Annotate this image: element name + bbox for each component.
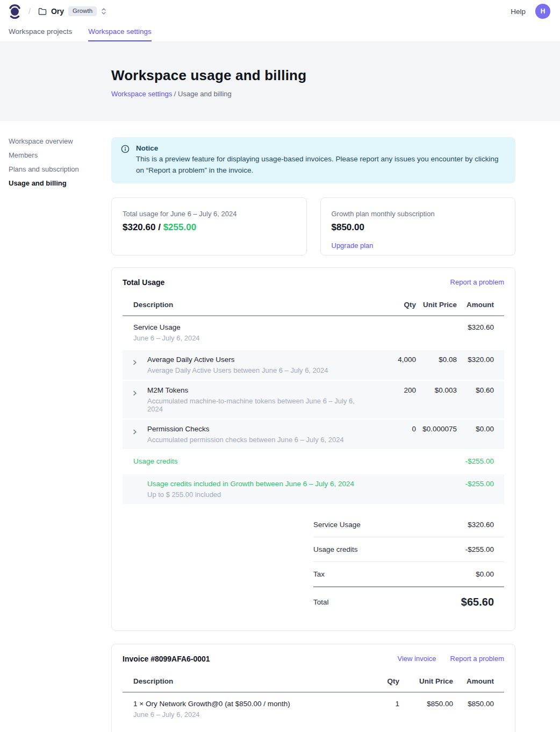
row-qty: 200 bbox=[371, 386, 416, 394]
breadcrumb-workspace-settings[interactable]: Workspace settings bbox=[111, 90, 172, 98]
table-row: Average Daily Active Users Average Daily… bbox=[123, 350, 504, 380]
col-amount: Amount bbox=[457, 301, 504, 309]
table-row: 1 × Ory Network Growth@0 (at $850.00 / m… bbox=[123, 693, 504, 726]
usage-credit-amount: $255.00 bbox=[163, 222, 196, 232]
row-amount: -$255.00 bbox=[457, 480, 504, 488]
info-icon bbox=[121, 144, 130, 176]
notice-title: Notice bbox=[136, 144, 506, 152]
row-amount: $850.00 bbox=[453, 700, 504, 708]
row-title: Permission Checks bbox=[147, 425, 371, 433]
table-row: Service Usage June 6 – July 6, 2024 $320… bbox=[123, 316, 504, 349]
content: Workspace overview Members Plans and sub… bbox=[0, 121, 560, 732]
workspace-name: Ory bbox=[51, 7, 64, 16]
topbar-left: / Ory Growth bbox=[9, 4, 106, 19]
settings-sidebar: Workspace overview Members Plans and sub… bbox=[0, 121, 111, 732]
table-row: M2M Tokens Accumulated machine-to-machin… bbox=[123, 381, 504, 418]
summary-total-row: Total $65.60 bbox=[313, 587, 504, 616]
chevron-right-icon[interactable] bbox=[123, 356, 147, 365]
sidebar-item-usage-and-billing[interactable]: Usage and billing bbox=[9, 180, 111, 187]
col-qty: Qty bbox=[371, 301, 416, 309]
row-title: M2M Tokens bbox=[147, 386, 371, 394]
col-unit-price: Unit Price bbox=[399, 677, 453, 685]
view-invoice-link[interactable]: View invoice bbox=[398, 655, 436, 663]
row-amount: $0.00 bbox=[457, 425, 504, 433]
row-amount: $320.00 bbox=[457, 356, 504, 364]
usage-panel-head: Total Usage Report a problem bbox=[123, 278, 504, 287]
row-subtitle: June 6 – July 6, 2024 bbox=[133, 334, 371, 342]
tab-workspace-settings[interactable]: Workspace settings bbox=[88, 23, 152, 41]
row-qty: 4,000 bbox=[371, 356, 416, 364]
summary-row: Service Usage $320.60 bbox=[313, 513, 504, 537]
topbar-right: Help H bbox=[511, 4, 550, 19]
row-title: Average Daily Active Users bbox=[147, 356, 371, 364]
table-row: Permission Checks Accumulated permission… bbox=[123, 420, 504, 449]
ory-logo-icon[interactable] bbox=[9, 4, 21, 19]
summary-row: Usage credits -$255.00 bbox=[313, 537, 504, 562]
row-title: Usage credits bbox=[133, 457, 371, 465]
row-subtitle: Accumulated permission checks between Ju… bbox=[147, 436, 371, 444]
row-title: 1 × Ory Network Growth@0 (at $850.00 / m… bbox=[133, 700, 365, 708]
row-unit-price: $850.00 bbox=[399, 700, 453, 708]
stat-cards: Total usage for June 6 – July 6, 2024 $3… bbox=[111, 197, 515, 255]
upgrade-plan-link[interactable]: Upgrade plan bbox=[332, 241, 374, 250]
summary-row: Tax $0.00 bbox=[313, 562, 504, 587]
col-qty: Qty bbox=[365, 677, 399, 685]
sidebar-item-plans-and-subscription[interactable]: Plans and subscription bbox=[9, 166, 111, 173]
col-unit-price: Unit Price bbox=[416, 301, 457, 309]
row-unit-price: $0.000075 bbox=[416, 425, 457, 433]
col-description: Description bbox=[123, 301, 371, 309]
sidebar-item-workspace-overview[interactable]: Workspace overview bbox=[9, 138, 111, 145]
selector-icon bbox=[101, 7, 106, 16]
usage-table-header: Description Qty Unit Price Amount bbox=[123, 295, 504, 316]
row-subtitle: Up to $ 255.00 included bbox=[147, 491, 371, 499]
preview-notice: Notice This is a preview feature for dis… bbox=[111, 137, 515, 183]
invoice-table: Description Qty Unit Price Amount 1 × Or… bbox=[123, 672, 504, 726]
usage-amount: $320.60 / bbox=[123, 222, 161, 232]
invoice-title: Invoice #8099AFA6-0001 bbox=[123, 655, 210, 663]
row-unit-price: $0.08 bbox=[416, 356, 457, 364]
row-unit-price: $0.003 bbox=[416, 386, 457, 394]
main-column: Notice This is a preview feature for dis… bbox=[111, 121, 515, 732]
table-row: Usage credits included in Growth between… bbox=[123, 474, 504, 504]
folder-icon bbox=[38, 8, 47, 15]
notice-text: Notice This is a preview feature for dis… bbox=[136, 144, 506, 176]
help-link[interactable]: Help bbox=[511, 8, 526, 16]
row-title: Service Usage bbox=[133, 323, 371, 331]
breadcrumb-separator: / bbox=[174, 90, 176, 98]
row-subtitle: Accumulated machine-to-machine tokens be… bbox=[147, 397, 371, 413]
workspace-tabs: Workspace projects Workspace settings bbox=[0, 23, 560, 41]
row-qty: 1 bbox=[365, 700, 399, 708]
path-separator: / bbox=[28, 7, 31, 16]
subscription-value: $850.00 bbox=[332, 222, 505, 233]
usage-panel: Total Usage Report a problem Description… bbox=[111, 267, 515, 631]
usage-table: Description Qty Unit Price Amount Servic… bbox=[123, 295, 504, 504]
row-amount: $0.60 bbox=[457, 386, 504, 394]
total-usage-label: Total usage for June 6 – July 6, 2024 bbox=[123, 210, 296, 218]
user-avatar[interactable]: H bbox=[535, 4, 550, 19]
invoice-panel-head: Invoice #8099AFA6-0001 View invoice Repo… bbox=[123, 655, 504, 663]
chevron-right-icon[interactable] bbox=[123, 386, 147, 396]
row-qty: 0 bbox=[371, 425, 416, 433]
page-header: Workspace usage and billing Workspace se… bbox=[0, 41, 560, 121]
tab-workspace-projects[interactable]: Workspace projects bbox=[9, 23, 72, 41]
row-title: Usage credits included in Growth between… bbox=[147, 480, 371, 488]
col-description: Description bbox=[123, 677, 365, 685]
usage-report-problem-link[interactable]: Report a problem bbox=[450, 278, 504, 286]
col-amount: Amount bbox=[453, 677, 504, 685]
invoice-panel: Invoice #8099AFA6-0001 View invoice Repo… bbox=[111, 644, 515, 732]
page-title: Workspace usage and billing bbox=[111, 67, 560, 84]
invoice-report-problem-link[interactable]: Report a problem bbox=[450, 655, 504, 663]
usage-summary: Service Usage $320.60 Usage credits -$25… bbox=[313, 513, 504, 616]
total-usage-card: Total usage for June 6 – July 6, 2024 $3… bbox=[111, 197, 307, 255]
row-subtitle: Average Daily Active Users between June … bbox=[147, 366, 371, 374]
chevron-right-icon[interactable] bbox=[123, 425, 147, 435]
row-amount: -$255.00 bbox=[457, 457, 504, 465]
breadcrumb: Workspace settings / Usage and billing bbox=[111, 90, 560, 98]
row-amount: $320.60 bbox=[457, 323, 504, 331]
plan-badge: Growth bbox=[68, 6, 97, 16]
topbar: / Ory Growth Help H bbox=[0, 0, 560, 23]
sidebar-item-members[interactable]: Members bbox=[9, 152, 111, 159]
invoice-table-header: Description Qty Unit Price Amount bbox=[123, 672, 504, 693]
notice-body: This is a preview feature for displaying… bbox=[136, 154, 506, 176]
workspace-switcher[interactable]: Ory Growth bbox=[38, 6, 106, 16]
